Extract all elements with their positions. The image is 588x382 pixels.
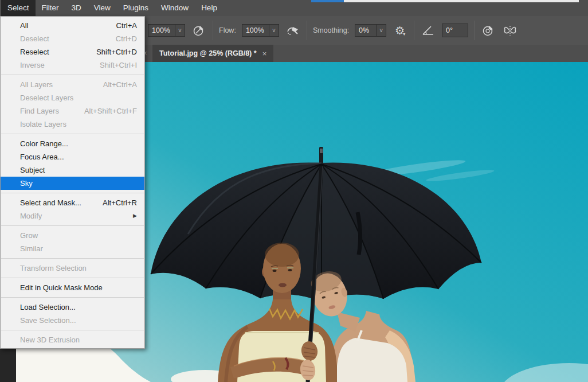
flow-input[interactable] bbox=[242, 25, 269, 36]
angle-field-group bbox=[442, 24, 468, 37]
menu-item-sky[interactable]: Sky bbox=[1, 177, 144, 190]
menu-item-shortcut: Alt+Shift+Ctrl+F bbox=[84, 104, 137, 118]
size-pressure-button[interactable] bbox=[480, 22, 496, 38]
airbrush-button[interactable] bbox=[285, 22, 301, 38]
menu-item-find-layers[interactable]: Find Layers Alt+Shift+Ctrl+F bbox=[1, 104, 144, 118]
menubar-item-3d[interactable]: 3D bbox=[65, 0, 88, 16]
flow-dropdown-chevron-icon[interactable]: ˅ bbox=[269, 25, 279, 36]
menu-item-label: All Layers bbox=[20, 78, 53, 91]
menu-item-grow[interactable]: Grow bbox=[1, 229, 144, 242]
menu-item-shortcut: Alt+Ctrl+R bbox=[103, 196, 137, 209]
menu-item-subject[interactable]: Subject bbox=[1, 163, 144, 177]
menu-item-label: Color Range... bbox=[20, 137, 68, 150]
smoothing-dropdown-chevron-icon[interactable]: ˅ bbox=[376, 25, 386, 36]
angle-icon bbox=[421, 24, 435, 37]
menubar-item-filter[interactable]: Filter bbox=[36, 0, 65, 16]
menu-item-save-selection[interactable]: Save Selection... bbox=[1, 314, 144, 327]
menu-item-focus-area[interactable]: Focus Area... bbox=[1, 150, 144, 163]
smoothing-label: Smoothing: bbox=[313, 26, 349, 34]
menu-item-deselect-layers[interactable]: Deselect Layers bbox=[1, 91, 144, 104]
tab-close-icon[interactable]: × bbox=[262, 49, 267, 58]
progress-strip-filled bbox=[311, 0, 344, 2]
document-tab[interactable]: Tutorial.jpg @ 25% (RGB/8) * × bbox=[152, 45, 273, 62]
opacity-dropdown-chevron-icon[interactable]: ˅ bbox=[175, 25, 185, 36]
menu-item-shortcut: Ctrl+A bbox=[116, 19, 137, 32]
menu-separator bbox=[1, 297, 144, 298]
menubar: Select Filter 3D View Plugins Window Hel… bbox=[0, 0, 588, 16]
paint-symmetry-button[interactable] bbox=[502, 22, 518, 38]
options-separator bbox=[414, 21, 414, 40]
menu-item-label: Find Layers bbox=[20, 104, 59, 118]
angle-input[interactable] bbox=[442, 24, 468, 37]
menu-item-shortcut: Shift+Ctrl+I bbox=[100, 59, 137, 72]
menu-item-inverse[interactable]: Inverse Shift+Ctrl+I bbox=[1, 59, 144, 72]
menubar-item-view[interactable]: View bbox=[88, 0, 117, 16]
opacity-pressure-button[interactable] bbox=[191, 22, 207, 38]
menu-item-all[interactable]: All Ctrl+A bbox=[1, 19, 144, 32]
butterfly-symmetry-icon bbox=[503, 24, 518, 37]
menu-item-label: Deselect Layers bbox=[20, 91, 73, 104]
document-tab-title: Tutorial.jpg @ 25% (RGB/8) * bbox=[159, 49, 257, 57]
menu-item-shortcut: Shift+Ctrl+D bbox=[96, 45, 137, 59]
menu-item-label: Reselect bbox=[20, 45, 49, 59]
menu-item-shortcut: Ctrl+D bbox=[116, 32, 137, 45]
menu-item-label: Modify bbox=[20, 209, 42, 223]
menu-item-label: Inverse bbox=[20, 59, 45, 72]
photoshop-window: Select Filter 3D View Plugins Window Hel… bbox=[0, 0, 588, 382]
menu-item-label: Grow bbox=[20, 229, 38, 242]
submenu-arrow-icon: ▶ bbox=[133, 209, 137, 223]
menu-separator bbox=[1, 258, 144, 259]
menubar-item-select[interactable]: Select bbox=[1, 0, 36, 16]
menu-item-isolate-layers[interactable]: Isolate Layers bbox=[1, 118, 144, 131]
menu-separator bbox=[1, 225, 144, 226]
menu-item-label: Focus Area... bbox=[20, 150, 64, 163]
menu-item-select-and-mask[interactable]: Select and Mask... Alt+Ctrl+R bbox=[1, 196, 144, 209]
smoothing-options-button[interactable]: ⚙ ▾ bbox=[392, 22, 408, 38]
progress-strip-track bbox=[344, 0, 579, 2]
menu-item-label: Isolate Layers bbox=[20, 118, 66, 131]
menu-item-similar[interactable]: Similar bbox=[1, 242, 144, 255]
options-separator bbox=[307, 21, 307, 40]
menu-item-label: Load Selection... bbox=[20, 301, 76, 314]
menu-item-all-layers[interactable]: All Layers Alt+Ctrl+A bbox=[1, 78, 144, 91]
flow-label: Flow: bbox=[219, 26, 236, 34]
flow-field-group: ˅ bbox=[242, 24, 279, 37]
menu-item-label: Sky bbox=[20, 177, 33, 190]
menu-item-label: Transform Selection bbox=[20, 262, 87, 275]
menu-item-load-selection[interactable]: Load Selection... bbox=[1, 301, 144, 314]
select-menu: All Ctrl+A Deselect Ctrl+D Reselect Shif… bbox=[0, 16, 145, 349]
menu-separator bbox=[1, 330, 144, 330]
menu-item-deselect[interactable]: Deselect Ctrl+D bbox=[1, 32, 144, 45]
menu-item-label: Save Selection... bbox=[20, 314, 76, 327]
menu-item-label: Similar bbox=[20, 242, 43, 255]
opacity-input[interactable] bbox=[148, 25, 175, 36]
smoothing-input[interactable] bbox=[355, 25, 376, 36]
menu-item-label: New 3D Extrusion bbox=[20, 333, 80, 346]
menu-item-transform-selection[interactable]: Transform Selection bbox=[1, 262, 144, 275]
menu-item-shortcut: Alt+Ctrl+A bbox=[103, 78, 137, 91]
opacity-field-group: ˅ bbox=[148, 24, 185, 37]
pressure-pen-icon bbox=[481, 24, 495, 37]
menu-separator bbox=[1, 75, 144, 75]
options-separator bbox=[474, 21, 475, 40]
menu-item-label: Deselect bbox=[20, 32, 49, 45]
menu-item-color-range[interactable]: Color Range... bbox=[1, 137, 144, 150]
menu-separator bbox=[1, 278, 144, 278]
gear-caret-icon: ▾ bbox=[403, 32, 405, 37]
menu-separator bbox=[1, 193, 144, 193]
menu-separator bbox=[1, 134, 144, 134]
menu-item-label: Edit in Quick Mask Mode bbox=[20, 281, 103, 294]
menu-item-reselect[interactable]: Reselect Shift+Ctrl+D bbox=[1, 45, 144, 59]
menu-item-label: Select and Mask... bbox=[20, 196, 81, 209]
menu-item-label: Subject bbox=[20, 163, 45, 177]
options-separator bbox=[213, 21, 213, 40]
smoothing-field-group: ˅ bbox=[355, 24, 386, 37]
menubar-item-window[interactable]: Window bbox=[155, 0, 195, 16]
menu-item-modify[interactable]: Modify ▶ bbox=[1, 209, 144, 223]
menu-item-edit-in-quick-mask-mode[interactable]: Edit in Quick Mask Mode bbox=[1, 281, 144, 294]
brush-angle-control[interactable] bbox=[420, 22, 436, 38]
menubar-item-help[interactable]: Help bbox=[195, 0, 224, 16]
airbrush-icon bbox=[285, 24, 300, 37]
menu-item-new-3d-extrusion[interactable]: New 3D Extrusion bbox=[1, 333, 144, 346]
menubar-item-plugins[interactable]: Plugins bbox=[117, 0, 155, 16]
